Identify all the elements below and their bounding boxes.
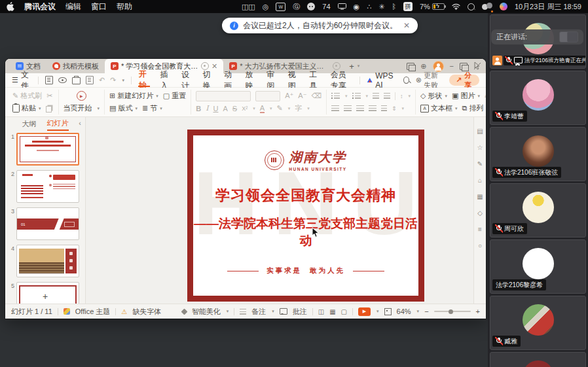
slide-thumbnail-1[interactable]: 1 xyxy=(9,133,79,166)
highlight-button[interactable]: ✎ xyxy=(277,104,283,113)
reading-view-button[interactable]: ▢ xyxy=(341,308,347,315)
slideshow-play-button[interactable]: ▶ xyxy=(358,307,371,316)
play-options-caret-icon[interactable]: ▾ xyxy=(377,309,379,314)
globe-icon[interactable]: ⊕ xyxy=(420,62,426,71)
panel-grid-icon[interactable]: ▦ xyxy=(477,193,483,200)
layout-switch-icon[interactable] xyxy=(407,63,414,70)
user-switcher-icon[interactable] xyxy=(482,3,492,10)
menubar-item-edit[interactable]: 编辑 xyxy=(65,1,81,12)
ribbon-tab-animation[interactable]: 动画 xyxy=(223,73,236,87)
bullet-list-button[interactable] xyxy=(331,93,340,99)
participant-tile[interactable]: 臧雅 xyxy=(490,296,586,350)
participant-tile[interactable]: 法学2106班张敬弦 xyxy=(490,127,586,181)
ribbon-tab-insert[interactable]: 插入 xyxy=(159,73,172,87)
participant-tile-sharer[interactable]: 正在讲话: 法学2106班方艳青正在共享 xyxy=(490,14,586,69)
ribbon-tab-review[interactable]: 审阅 xyxy=(266,73,278,87)
text-direction-button[interactable]: ↕ xyxy=(400,93,403,99)
decrease-indent-button[interactable] xyxy=(373,93,379,99)
collapse-panel-icon[interactable]: ‹ xyxy=(79,119,81,127)
chart-button[interactable]: ▱ xyxy=(485,92,486,100)
distribute-button[interactable] xyxy=(381,105,387,111)
start-from-current-button[interactable]: 当页开始▾ xyxy=(64,103,100,114)
sorter-view-button[interactable]: ▦ xyxy=(329,308,335,315)
wps-ai-button[interactable]: WPS AI xyxy=(367,71,397,90)
ribbon-tab-design[interactable]: 设计 xyxy=(181,73,193,87)
zoom-in-button[interactable]: + xyxy=(476,307,480,315)
decrease-font-button[interactable]: A⁻ xyxy=(298,92,306,100)
panel-edit-icon[interactable]: ✎ xyxy=(477,160,483,167)
minimize-button[interactable]: − xyxy=(450,62,454,70)
strikethrough-button[interactable]: S xyxy=(232,105,237,113)
add-slide-button[interactable]: + xyxy=(5,291,85,302)
participant-tile[interactable] xyxy=(490,352,586,367)
spotlight-icon[interactable] xyxy=(468,3,475,10)
text-tool-button[interactable]: 字 xyxy=(295,103,302,113)
superscript-button[interactable]: X² xyxy=(242,105,248,112)
bold-button[interactable]: B xyxy=(196,105,201,113)
zoom-slider[interactable] xyxy=(434,311,471,312)
shapes-button[interactable]: ◇形状▾ xyxy=(420,91,447,101)
zoom-slider-knob[interactable] xyxy=(449,309,453,314)
bluetooth-icon[interactable]: ᛒ xyxy=(392,2,396,11)
menubar-item-window[interactable]: 窗口 xyxy=(91,1,107,12)
reset-button[interactable]: ▢重置 xyxy=(163,91,186,101)
save-icon[interactable] xyxy=(45,76,53,84)
slide-thumbnail-4[interactable]: 4 xyxy=(9,245,79,277)
share-button[interactable]: ↗ 分享 xyxy=(449,75,479,86)
input-method-icon[interactable]: 拼 xyxy=(403,2,413,11)
slide-thumbnail-2[interactable]: 2 xyxy=(9,170,79,203)
menubar-item-help[interactable]: 帮助 xyxy=(117,1,132,12)
apple-menu-icon[interactable] xyxy=(7,2,14,11)
increase-indent-button[interactable] xyxy=(384,93,390,99)
normal-view-button[interactable]: ◫ xyxy=(318,308,324,315)
align-right-button[interactable] xyxy=(356,105,364,111)
section-button[interactable]: ≣节▾ xyxy=(142,103,162,113)
outline-tab[interactable]: 大纲 xyxy=(22,117,37,131)
panel-home-icon[interactable]: ⌂ xyxy=(478,177,482,184)
clear-format-icon[interactable]: ⌫ xyxy=(311,92,322,100)
char-spacing-button[interactable]: A xyxy=(223,105,227,113)
ribbon-tab-home[interactable]: 开始 xyxy=(138,73,151,87)
panel-properties-icon[interactable]: ▤ xyxy=(477,128,483,135)
export-icon[interactable] xyxy=(86,76,94,84)
preview-icon[interactable] xyxy=(58,77,67,83)
account-avatar[interactable] xyxy=(433,61,444,72)
undo-icon[interactable]: ↶ xyxy=(99,76,105,84)
panel-help-icon[interactable]: ○ xyxy=(478,242,482,249)
panel-list-icon[interactable]: ≡ xyxy=(478,226,482,233)
menubar-datetime[interactable]: 10月23日 周三 18:59 xyxy=(515,2,581,12)
increase-font-button[interactable]: A⁺ xyxy=(285,92,293,100)
comments-button[interactable]: 批注 xyxy=(293,307,307,317)
wechat-icon[interactable] xyxy=(307,3,315,10)
layout-button[interactable]: ▤版式▾ xyxy=(109,103,138,113)
battery-indicator[interactable]: 7% ϟ xyxy=(420,3,445,10)
zoom-level[interactable]: 64% xyxy=(397,307,411,315)
format-painter-button[interactable]: ✎格式刷 xyxy=(12,91,42,101)
binoculars-icon[interactable]: ◫◫ xyxy=(242,2,255,11)
textbox-button[interactable]: A文本框▾ xyxy=(420,103,458,113)
display-icon[interactable] xyxy=(338,2,346,11)
line-spacing-button[interactable]: ⇕ xyxy=(392,105,397,112)
picture-button[interactable]: ▣图片▾ xyxy=(452,91,480,101)
print-icon[interactable] xyxy=(72,77,81,84)
slide-thumbnail-3[interactable]: 3 01 xyxy=(9,207,79,240)
wps-status-icon[interactable]: W xyxy=(276,3,285,11)
wifi-icon[interactable] xyxy=(452,2,460,11)
panel-effects-icon[interactable]: ☆ xyxy=(477,144,483,151)
search-icon[interactable] xyxy=(403,77,409,84)
copy-icon[interactable] xyxy=(46,106,52,113)
slide-canvas[interactable]: HNU 湖南大学 HUNAN UNIVERSITY 学习领会全国教育大会精神 —… xyxy=(86,117,473,304)
zoom-out-button[interactable]: − xyxy=(424,307,428,315)
participant-tile[interactable]: 周可欣 xyxy=(490,183,586,237)
participant-tile[interactable]: 法学2106黎彦希 xyxy=(490,239,586,294)
app-cluster-icon[interactable]: ◎ xyxy=(263,2,269,11)
redo-icon[interactable]: ↷ xyxy=(110,76,116,84)
g-app-icon[interactable]: Ⓖ xyxy=(293,2,300,11)
play-from-page-icon[interactable]: ▶ xyxy=(77,91,86,101)
restore-window-button[interactable] xyxy=(460,63,468,70)
ribbon-tab-slideshow[interactable]: 放映 xyxy=(245,73,257,87)
participant-tile[interactable]: 李靖蕾 xyxy=(490,71,586,125)
font-size-select[interactable] xyxy=(255,91,280,101)
arrange-button[interactable]: ⧉排列▾ xyxy=(462,103,486,113)
slides-tab[interactable]: 幻灯片 xyxy=(47,117,69,131)
